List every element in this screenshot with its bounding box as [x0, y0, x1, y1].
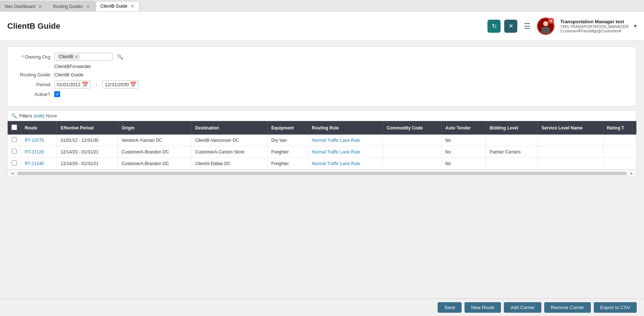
- scroll-right-arrow[interactable]: ►: [628, 171, 635, 176]
- period-end-input[interactable]: 12/31/2030 📅: [102, 80, 139, 88]
- cell-routing-rule-1[interactable]: Normal Traffic Lane Rule: [308, 146, 383, 158]
- column-header-service-level-name: Service Level Name: [538, 121, 603, 135]
- tab-clientb-guide-label: ClientB Guide: [100, 4, 127, 9]
- select-all-checkbox[interactable]: [11, 124, 17, 130]
- column-header-commodity-code: Commodity Code: [383, 121, 442, 135]
- column-header-equipment: Equipment: [268, 121, 308, 135]
- header-actions: ↻ ✕ ☰ ★ Transportation Manager test TMS.…: [487, 17, 637, 35]
- table-row: RT-2112012/14/20 - 01/31/21CustomerA-Bra…: [8, 146, 636, 158]
- cell-service-level-name-1: [538, 146, 603, 158]
- period-label: Period:: [15, 82, 51, 87]
- column-header-auto-tender: Auto Tender: [442, 121, 486, 135]
- cell-rating-type-0: [603, 135, 636, 146]
- cell-route-0[interactable]: RT-10275: [21, 135, 57, 146]
- cell-equipment-2: Freighter: [268, 158, 308, 169]
- cell-equipment-0: Dry Van: [268, 135, 308, 146]
- cell-origin-0: VendorA-Yunnan DC: [118, 135, 191, 146]
- notification-badge: ★: [548, 18, 554, 24]
- row-checkbox-cell-2[interactable]: [8, 158, 21, 169]
- avatar: ★: [537, 17, 554, 35]
- owning-org-tag: ClientB ✕: [57, 54, 80, 60]
- filters-bar: 🔍 Filters (edit) None: [8, 111, 636, 121]
- period-end-calendar-icon[interactable]: 📅: [130, 81, 136, 87]
- route-link-0[interactable]: RT-10275: [25, 138, 44, 143]
- routing-rule-link-1[interactable]: Normal Traffic Lane Rule: [312, 149, 360, 155]
- refresh-button[interactable]: ↻: [487, 20, 501, 33]
- cell-auto-tender-1: No: [442, 146, 486, 158]
- filters-label: Filters: [19, 113, 32, 119]
- row-checkbox-cell-1[interactable]: [8, 146, 21, 158]
- tab-routing-guides-close[interactable]: ✕: [86, 4, 90, 9]
- period-row: Period: 01/01/2012 📅 - 12/31/2030 📅: [15, 80, 629, 88]
- user-email: CustomerATransMgr@CustomerA: [560, 29, 629, 33]
- cell-service-level-name-0: [538, 135, 603, 146]
- user-info: Transportation Manager test TMS.TRANSPOR…: [560, 19, 629, 33]
- tab-routing-guides[interactable]: Routing Guides ✕: [48, 1, 95, 11]
- tab-neo-dashboard[interactable]: Neo Dashboard ✕: [0, 1, 47, 11]
- tab-routing-guides-label: Routing Guides: [53, 4, 83, 9]
- cell-route-2[interactable]: RT-21540: [21, 158, 57, 169]
- user-dropdown-arrow[interactable]: ▾: [634, 23, 637, 29]
- table-scroll-area[interactable]: Route Effective Period Origin Destinatio…: [8, 121, 636, 169]
- routing-rule-link-2[interactable]: Normal Traffic Lane Rule: [312, 161, 360, 166]
- cell-bidding-level-1: Partner Carriers: [486, 146, 538, 158]
- horizontal-scroll-bar[interactable]: ◄ ►: [8, 169, 636, 177]
- cell-rating-type-2: [603, 158, 636, 169]
- close-icon: ✕: [509, 23, 513, 29]
- main-content: *Owning Org: ClientB ✕ 🔍 ClientBForwarde…: [0, 41, 644, 299]
- route-link-1[interactable]: RT-21120: [25, 149, 44, 155]
- owning-org-input[interactable]: ClientB ✕: [54, 53, 112, 61]
- owning-org-tag-remove[interactable]: ✕: [75, 55, 78, 59]
- required-star: *: [22, 54, 24, 60]
- routing-guide-row: Routing Guide: ClientB Guide: [15, 72, 629, 77]
- tab-clientb-guide[interactable]: ClientB Guide ✕: [96, 1, 139, 11]
- scroll-thumb[interactable]: [17, 172, 627, 175]
- active-checkbox[interactable]: [54, 91, 60, 97]
- cell-destination-0: ClientB-Vancouver DC: [191, 135, 268, 146]
- column-header-route: Route: [21, 121, 57, 135]
- row-checkbox-1[interactable]: [12, 149, 17, 154]
- owning-org-row: *Owning Org: ClientB ✕ 🔍: [15, 53, 629, 61]
- row-checkbox-cell-0[interactable]: [8, 135, 21, 146]
- add-carrier-button[interactable]: Add Carrier: [504, 302, 541, 313]
- table-body: RT-1027501/01/12 - 12/31/30VendorA-Yunna…: [8, 135, 636, 169]
- cell-destination-1: CustomerA-Canton Store: [191, 146, 268, 158]
- new-route-button[interactable]: New Route: [465, 302, 501, 313]
- close-button[interactable]: ✕: [504, 20, 517, 33]
- column-header-routing-rule: Routing Rule: [308, 121, 383, 135]
- tab-clientb-guide-close[interactable]: ✕: [130, 4, 135, 9]
- menu-button[interactable]: ☰: [521, 20, 533, 32]
- period-start-input[interactable]: 01/01/2012 📅: [54, 80, 91, 88]
- table-section: 🔍 Filters (edit) None Route Effective Pe…: [7, 111, 637, 177]
- refresh-icon: ↻: [492, 23, 497, 29]
- export-to-csv-button[interactable]: Export to CSV: [594, 302, 637, 313]
- row-checkbox-0[interactable]: [12, 137, 17, 142]
- footer-toolbar: Save New Route Add Carrier Remove Carrie…: [0, 299, 644, 316]
- owning-org-search-button[interactable]: 🔍: [117, 54, 123, 60]
- cell-bidding-level-2: [486, 158, 538, 169]
- row-checkbox-2[interactable]: [12, 160, 17, 165]
- cell-routing-rule-2[interactable]: Normal Traffic Lane Rule: [308, 158, 383, 169]
- select-all-header[interactable]: [8, 121, 21, 135]
- cell-destination-2: ClientA-Dallas DC: [191, 158, 268, 169]
- save-button[interactable]: Save: [438, 302, 462, 313]
- filter-search-icon: 🔍: [11, 113, 17, 119]
- tab-neo-dashboard-close[interactable]: ✕: [38, 4, 43, 9]
- remove-carrier-button[interactable]: Remove Carrier: [544, 302, 591, 313]
- active-row: Active?:: [15, 91, 629, 97]
- cell-routing-rule-0[interactable]: Normal Traffic Lane Rule: [308, 135, 383, 146]
- period-separator: -: [96, 82, 97, 87]
- filters-edit-link[interactable]: (edit): [33, 113, 44, 119]
- scroll-left-arrow[interactable]: ◄: [9, 171, 16, 176]
- cell-effective-period-0: 01/01/12 - 12/31/30: [57, 135, 118, 146]
- notification-icon: ★: [550, 19, 553, 23]
- tab-bar: Neo Dashboard ✕ Routing Guides ✕ ClientB…: [0, 0, 644, 12]
- route-link-2[interactable]: RT-21540: [25, 161, 44, 166]
- routing-rule-link-0[interactable]: Normal Traffic Lane Rule: [312, 138, 360, 143]
- active-label: Active?:: [15, 92, 51, 97]
- user-name: Transportation Manager test: [560, 19, 629, 24]
- period-start-calendar-icon[interactable]: 📅: [82, 81, 88, 87]
- column-header-rating-type: Rating T: [603, 121, 636, 135]
- routing-guide-value: ClientB Guide: [54, 72, 83, 77]
- cell-route-1[interactable]: RT-21120: [21, 146, 57, 158]
